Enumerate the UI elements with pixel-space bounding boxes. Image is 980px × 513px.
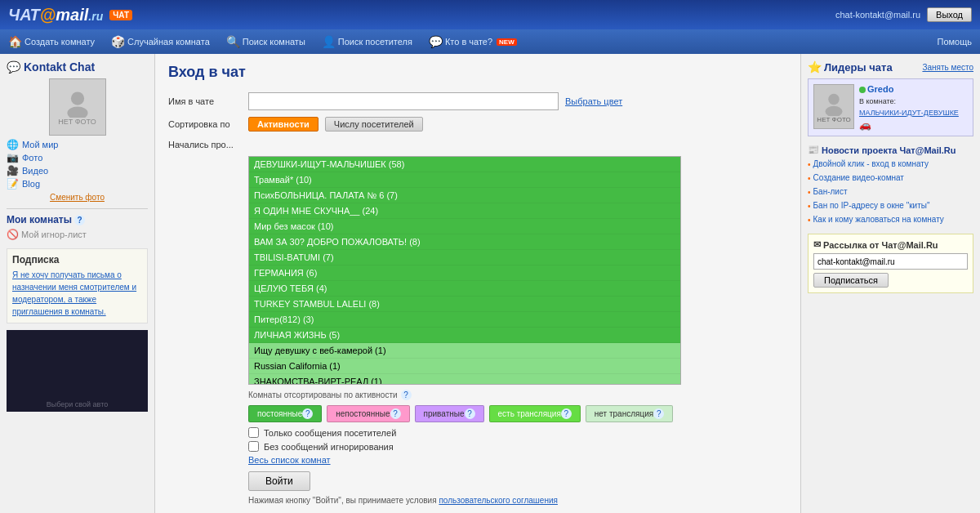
- list-item[interactable]: Питер(812) (3): [249, 312, 680, 328]
- logout-button[interactable]: Выход: [927, 7, 972, 22]
- mailing-email-input[interactable]: [813, 253, 968, 270]
- list-item[interactable]: Russian California (1): [249, 359, 680, 374]
- legend-help-icon[interactable]: ?: [401, 390, 412, 400]
- nav-random-room[interactable]: 🎲 Случайная комната: [111, 35, 210, 48]
- list-item[interactable]: ЗНАКОМСТВА-ВИРТ-РЕАЛ (1): [249, 374, 680, 385]
- news-item[interactable]: •Двойной клик - вход в комнату: [808, 158, 973, 170]
- logo-badge: ЧАТ: [109, 10, 132, 20]
- photo-link[interactable]: 📷 Фото: [7, 152, 148, 163]
- badge-help-icon[interactable]: ?: [561, 408, 572, 419]
- agreement-link[interactable]: пользовательского соглашения: [439, 496, 558, 505]
- list-item[interactable]: ДЕВУШКИ-ИЩУТ-МАЛЬЧИШЕК (58): [249, 157, 680, 172]
- legend-badge-item[interactable]: непостоянные?: [327, 405, 409, 422]
- legend-label: Комнаты отсортированы по активности: [248, 390, 398, 399]
- list-item[interactable]: Я ОДИН МНЕ СКУЧНА__ (24): [249, 203, 680, 219]
- list-item[interactable]: ПсихБОЛЬНИЦА. ПАЛАТА № 6 (7): [249, 188, 680, 203]
- mailing-title-text: Рассылка от Чат@Mail.Ru: [823, 240, 938, 250]
- list-item[interactable]: Трамвай* (10): [249, 172, 680, 188]
- take-place-link[interactable]: Занять место: [922, 63, 973, 72]
- nav-find-visitor-label: Поиск посетителя: [338, 37, 412, 47]
- avatar-svg: [63, 88, 92, 118]
- header-right: chat-kontakt@mail.ru Выход: [835, 7, 972, 22]
- blog-link[interactable]: 📝 Blog: [7, 178, 148, 190]
- leaders-title-text: Лидеры чата: [824, 61, 893, 74]
- checkbox-visitors[interactable]: [248, 427, 259, 438]
- list-item[interactable]: Ищу девушку с веб-камерой (1): [249, 343, 680, 359]
- news-item-text: Бан по IP-адресу в окне "киты": [813, 200, 930, 211]
- badge-help-icon[interactable]: ?: [302, 408, 313, 419]
- change-photo-link[interactable]: Сменить фото: [7, 193, 148, 202]
- badge-help-icon[interactable]: ?: [653, 408, 664, 419]
- user-avatar: НЕТ ФОТО: [49, 78, 106, 136]
- news-item[interactable]: •Бан по IP-адресу в окне "киты": [808, 200, 973, 212]
- blog-icon: 📝: [7, 178, 19, 190]
- left-sidebar: 💬 Kontakt Chat НЕТ ФОТО 🌐 Мой мир 📷 Фото…: [0, 54, 155, 513]
- promo-text: Выбери свой авто: [47, 400, 108, 408]
- room-list[interactable]: ДЕВУШКИ-ИЩУТ-МАЛЬЧИШЕК (58)Трамвай* (10)…: [248, 156, 681, 385]
- all-rooms-link[interactable]: Весь список комнат: [248, 455, 787, 465]
- color-picker-link[interactable]: Выбрать цвет: [565, 96, 622, 106]
- svg-point-1: [67, 107, 87, 118]
- nav-find-visitor[interactable]: 👤 Поиск посетителя: [322, 35, 412, 48]
- legend-badge-item[interactable]: нет трансляция?: [586, 405, 673, 422]
- legend-badge-item[interactable]: приватные?: [415, 405, 484, 422]
- sidebar-title-text: Kontakt Chat: [24, 60, 95, 74]
- subscription-title: Подписка: [12, 254, 142, 265]
- world-icon: 🌐: [7, 139, 19, 150]
- subscription-section: Подписка Я не хочу получать письма о наз…: [7, 248, 148, 323]
- sort-activity-button[interactable]: Активности: [248, 117, 318, 132]
- my-rooms-help-icon[interactable]: ?: [74, 215, 85, 225]
- video-link[interactable]: 🎥 Видео: [7, 165, 148, 176]
- news-item[interactable]: •Создание видео-комнат: [808, 172, 973, 184]
- new-badge: NEW: [497, 38, 517, 46]
- promo-box: Выбери свой авто: [7, 330, 148, 412]
- logo: ЧАТ@mail.ru ЧАТ: [8, 6, 132, 25]
- badge-help-icon[interactable]: ?: [465, 408, 475, 419]
- news-icon: 📰: [808, 145, 819, 155]
- ignore-list-label: Мой игнор-лист: [21, 230, 87, 239]
- checkbox-ignore[interactable]: [248, 441, 259, 452]
- svg-point-3: [826, 106, 843, 116]
- center-content: Вход в чат Имя в чате Выбрать цвет Сорти…: [155, 54, 800, 513]
- bullet-icon: •: [808, 159, 811, 170]
- leader-room-link[interactable]: МАЛЬЧИКИ-ИДУТ-ДЕВУШКЕ: [859, 109, 959, 117]
- sort-count-button[interactable]: Числу посетителей: [325, 117, 423, 132]
- my-world-link[interactable]: 🌐 Мой мир: [7, 139, 148, 150]
- sidebar-links: 🌐 Мой мир 📷 Фото 🎥 Видео 📝 Blog: [7, 139, 148, 190]
- agreement-prefix: Нажимая кнопку "Войти", вы принимаете ус…: [248, 496, 437, 505]
- leader-name[interactable]: Gredo: [867, 84, 893, 94]
- svg-point-0: [70, 92, 83, 105]
- subscribe-button[interactable]: Подписаться: [813, 273, 889, 288]
- list-item[interactable]: ГЕРМАНИЯ (6): [249, 265, 680, 281]
- bullet-icon: •: [808, 173, 811, 184]
- legend-badge-item[interactable]: есть трансляция?: [489, 405, 581, 422]
- nav-create-room-label: Создать комнату: [24, 37, 95, 47]
- legend-badge-item[interactable]: постоянные?: [248, 405, 322, 422]
- news-item[interactable]: •Как и кому жаловаться на комнату: [808, 214, 973, 225]
- subscription-text-link[interactable]: Я не хочу получать письма о назначении м…: [12, 270, 136, 316]
- nav-help[interactable]: Помощь: [938, 37, 973, 47]
- list-item[interactable]: TURKEY STAMBUL LALELI (8): [249, 297, 680, 312]
- legend-text: Комнаты отсортированы по активности ?: [248, 390, 787, 400]
- list-item[interactable]: TBILISI-BATUMI (7): [249, 250, 680, 265]
- list-item[interactable]: Мир без масок (10): [249, 219, 680, 234]
- my-world-label: Мой мир: [22, 140, 58, 149]
- list-item[interactable]: ЦЕЛУЮ ТЕБЯ (4): [249, 281, 680, 297]
- nav-who-in-chat[interactable]: 💬 Кто в чате? NEW: [429, 35, 517, 48]
- nav-find-room[interactable]: 🔍 Поиск комнаты: [226, 35, 305, 48]
- sidebar-title: 💬 Kontakt Chat: [7, 60, 148, 74]
- leader-no-photo: НЕТ ФОТО: [817, 116, 850, 123]
- logo-at: @: [40, 6, 56, 24]
- header-email: chat-kontakt@mail.ru: [835, 10, 920, 20]
- badge-help-icon[interactable]: ?: [390, 408, 401, 419]
- nav-create-room[interactable]: 🏠 Создать комнату: [8, 35, 95, 48]
- name-input[interactable]: [248, 92, 559, 110]
- enter-button[interactable]: Войти: [248, 471, 310, 491]
- list-item[interactable]: ЛИЧНАЯ ЖИЗНЬ (5): [249, 328, 680, 343]
- checkbox-ignore-row: Без сообщений игнорирования: [248, 441, 787, 452]
- ignore-list-link[interactable]: 🚫 Мой игнор-лист: [7, 229, 148, 240]
- list-item[interactable]: ВАМ ЗА 30? ДОБРО ПОЖАЛОВАТЬ! (8): [249, 234, 680, 250]
- leaders-title: ⭐ Лидеры чата: [808, 60, 893, 74]
- news-item[interactable]: •Бан-лист: [808, 186, 973, 198]
- chat-icon: 💬: [429, 35, 443, 48]
